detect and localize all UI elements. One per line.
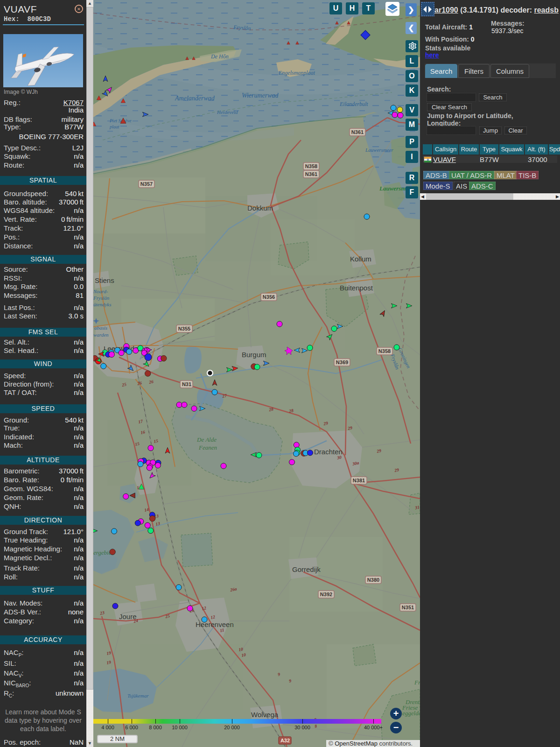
svg-text:N361: N361 xyxy=(351,129,364,135)
svg-text:N358: N358 xyxy=(305,163,317,169)
svg-text:Amelanderwad: Amelanderwad xyxy=(175,95,215,102)
svg-text:De Hôn: De Hôn xyxy=(210,53,229,60)
svg-text:warden: warden xyxy=(93,332,109,338)
svg-text:Tsjûkemar: Tsjûkemar xyxy=(127,693,149,698)
svg-text:N361: N361 xyxy=(305,171,317,177)
svg-text:Dokkum: Dokkum xyxy=(247,204,273,212)
svg-text:Lauwersmeer: Lauwersmeer xyxy=(365,147,394,153)
svg-text:N358: N358 xyxy=(378,348,391,354)
svg-text:ûtendyks: ûtendyks xyxy=(93,302,111,307)
svg-text:Eilanderbult: Eilanderbult xyxy=(339,101,368,107)
svg-text:Lauwersmē: Lauwersmē xyxy=(379,185,408,192)
svg-text:Drachten: Drachten xyxy=(314,448,343,456)
svg-text:N369: N369 xyxy=(336,359,348,365)
svg-text:N381: N381 xyxy=(353,478,365,483)
svg-text:N392: N392 xyxy=(320,592,332,597)
svg-text:N351: N351 xyxy=(402,605,414,610)
svg-text:Engelsmanplaat: Engelsmanplaat xyxy=(278,70,315,76)
svg-text:Wierumerwad: Wierumerwad xyxy=(242,92,279,99)
svg-text:Feanen: Feanen xyxy=(198,444,217,451)
svg-text:Fri: Fri xyxy=(414,679,420,686)
svg-text:Heerenveen: Heerenveen xyxy=(196,620,234,628)
svg-text:Joure: Joure xyxy=(119,613,137,620)
svg-text:Gorredijk: Gorredijk xyxy=(292,565,321,573)
svg-text:N380: N380 xyxy=(367,577,379,583)
svg-text:abasis: abasis xyxy=(94,325,107,331)
svg-text:Fryslân: Fryslân xyxy=(233,24,251,32)
svg-text:A32: A32 xyxy=(280,738,290,743)
svg-text:Stiens: Stiens xyxy=(95,276,114,284)
svg-text:N355: N355 xyxy=(178,326,190,331)
svg-text:Buitenpost: Buitenpost xyxy=(340,284,373,292)
svg-text:Fryslân: Fryslân xyxy=(93,295,110,301)
svg-text:Wolvega: Wolvega xyxy=(251,711,279,719)
svg-text:Noard-: Noard- xyxy=(93,289,108,294)
svg-text:N356: N356 xyxy=(263,294,275,300)
svg-text:N31: N31 xyxy=(182,381,191,387)
svg-text:Kollum: Kollum xyxy=(350,255,371,263)
svg-text:De Alde: De Alde xyxy=(196,436,217,443)
svg-text:31: 31 xyxy=(414,505,420,510)
svg-text:eggelder: eggelder xyxy=(402,710,420,717)
svg-text:Heideveld: Heideveld xyxy=(217,109,238,115)
svg-text:Piet Schēve: Piet Schēve xyxy=(109,118,132,123)
svg-text:plaat: plaat xyxy=(109,124,119,129)
svg-text:Burgum: Burgum xyxy=(242,351,266,359)
svg-text:N357: N357 xyxy=(140,181,153,187)
